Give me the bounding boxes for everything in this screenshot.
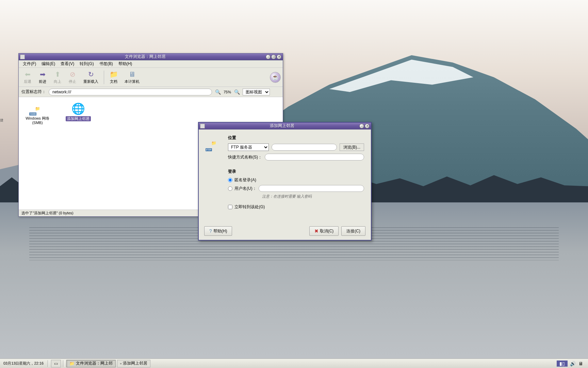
- menu-help[interactable]: 帮助(H): [116, 60, 135, 67]
- section-login-label: 登录: [228, 169, 364, 174]
- folder-icon: 📁: [69, 361, 75, 366]
- file-item-label: Windows 网络 (SMB): [23, 116, 51, 125]
- network-add-icon: 🌐: [70, 102, 86, 116]
- desktop-icon-partial: 捷: [0, 118, 4, 123]
- stop-button: ⊘ 停止: [66, 70, 79, 85]
- menu-bookmarks[interactable]: 书签(B): [97, 60, 116, 67]
- computer-icon: 🖥: [128, 70, 136, 78]
- connect-button[interactable]: 连接(C): [341, 226, 365, 236]
- taskbar-separator: [63, 360, 64, 367]
- location-input[interactable]: [49, 89, 212, 95]
- window-title: 文件浏览器：网上邻居: [25, 54, 266, 60]
- zoom-level: 75%: [224, 90, 231, 94]
- dialog-close-button[interactable]: ✕: [365, 124, 370, 128]
- back-button: ⬅ 后退: [21, 70, 34, 85]
- menubar: 文件(F) 编辑(E) 查看(V) 转到(G) 书签(B) 帮助(H): [19, 60, 283, 68]
- toolbar-separator: [104, 71, 104, 84]
- smb-folder-icon: 📁SMB: [29, 102, 46, 116]
- cancel-button[interactable]: ✖ 取消(C): [309, 226, 339, 236]
- dialog-title: 添加网上邻居: [205, 123, 359, 129]
- show-desktop-icon: ▭: [54, 361, 58, 366]
- task-button-dialog[interactable]: ▫ 添加网上邻居: [117, 360, 150, 367]
- view-mode-select[interactable]: 图标视图: [243, 89, 270, 95]
- folder-icon: 📁: [110, 70, 118, 78]
- close-button[interactable]: ✕: [277, 55, 281, 59]
- locationbar: 位置标志符： 🔍 75% 🔍 图标视图: [19, 87, 283, 97]
- reload-button[interactable]: ↻ 重新载入: [81, 70, 101, 85]
- shortcut-name-input[interactable]: [265, 154, 364, 160]
- file-item-smb[interactable]: 📁SMB Windows 网络 (SMB): [22, 101, 53, 126]
- add-network-dialog: 添加网上邻居 – ✕ 📁FTP 位置 FTP 服务器 浏览(B)... 快: [198, 122, 372, 241]
- up-button: ⬆ 向上: [51, 70, 64, 85]
- workspace-switcher[interactable]: ▮▯: [557, 361, 568, 367]
- goto-now-checkbox[interactable]: [228, 205, 232, 209]
- ftp-folder-icon: 📁FTP: [206, 135, 222, 151]
- dialog-body: 📁FTP 位置 FTP 服务器 浏览(B)... 快捷方式名称(S)：: [199, 129, 371, 224]
- reload-icon: ↻: [87, 70, 95, 78]
- anon-login-label[interactable]: 匿名登录(A): [234, 177, 256, 183]
- window-menu-icon[interactable]: [20, 55, 25, 59]
- browse-button[interactable]: 浏览(B)...: [340, 143, 364, 151]
- computer-button[interactable]: 🖥 本计算机: [122, 70, 142, 85]
- menu-file[interactable]: 文件(F): [20, 60, 39, 67]
- forward-icon: ➡: [38, 70, 47, 78]
- server-type-select[interactable]: FTP 服务器: [228, 143, 269, 151]
- dialog-titlebar[interactable]: 添加网上邻居 – ✕: [199, 123, 371, 129]
- zoom-in-button[interactable]: 🔍: [234, 89, 240, 95]
- goto-now-label[interactable]: 立即转到该处(G): [234, 204, 265, 210]
- help-button[interactable]: ? 帮助(H): [204, 226, 232, 236]
- back-icon: ⬅: [23, 70, 32, 78]
- password-hint: 注意：在连接时需要 输入密码: [262, 194, 364, 199]
- up-icon: ⬆: [53, 70, 62, 78]
- taskbar-separator: [48, 360, 49, 367]
- section-location-label: 位置: [228, 135, 364, 141]
- documents-button[interactable]: 📁 文档: [107, 70, 120, 85]
- stop-icon: ⊘: [68, 70, 77, 78]
- server-address-input[interactable]: [272, 144, 337, 151]
- username-login-radio[interactable]: [228, 186, 232, 191]
- file-item-add-network[interactable]: 🌐 添加网上邻居: [63, 101, 94, 123]
- volume-icon[interactable]: 🔊: [570, 361, 576, 367]
- minimize-button[interactable]: –: [266, 55, 271, 59]
- menu-go[interactable]: 转到(G): [77, 60, 96, 67]
- brand-throbber-icon: ☕: [270, 72, 281, 83]
- titlebar[interactable]: 文件浏览器：网上邻居 – ◻ ✕: [19, 53, 283, 60]
- menu-view[interactable]: 查看(V): [58, 60, 77, 67]
- file-item-label: 添加网上邻居: [66, 116, 91, 121]
- display-icon[interactable]: 🖥: [578, 361, 584, 367]
- help-icon: ?: [209, 228, 212, 234]
- window-icon: ▫: [120, 361, 121, 366]
- show-desktop-button[interactable]: ▭: [51, 360, 61, 367]
- username-input[interactable]: [259, 185, 364, 192]
- zoom-out-button[interactable]: 🔍: [215, 89, 221, 95]
- taskbar-clock[interactable]: 03月13日星期六，22:16: [1, 361, 46, 366]
- cancel-icon: ✖: [314, 228, 318, 234]
- dialog-minimize-button[interactable]: –: [359, 124, 364, 128]
- shortcut-name-label: 快捷方式名称(S)：: [228, 154, 262, 160]
- task-button-browser[interactable]: 📁 文件浏览器：网上邻: [66, 360, 116, 367]
- location-label: 位置标志符：: [21, 89, 46, 95]
- toolbar: ⬅ 后退 ➡ 前进 ⬆ 向上 ⊘ 停止 ↻ 重新载入 📁 文档 🖥 本计算机 ☕: [19, 68, 283, 87]
- window-menu-icon[interactable]: [200, 124, 205, 128]
- anon-login-radio[interactable]: [228, 178, 232, 182]
- maximize-button[interactable]: ◻: [271, 55, 276, 59]
- menu-edit[interactable]: 编辑(E): [39, 60, 58, 67]
- username-label: 用户名(U)：: [234, 186, 257, 191]
- taskbar: 03月13日星期六，22:16 ▭ 📁 文件浏览器：网上邻 ▫ 添加网上邻居 ▮…: [0, 358, 588, 368]
- forward-button[interactable]: ➡ 前进: [36, 70, 49, 85]
